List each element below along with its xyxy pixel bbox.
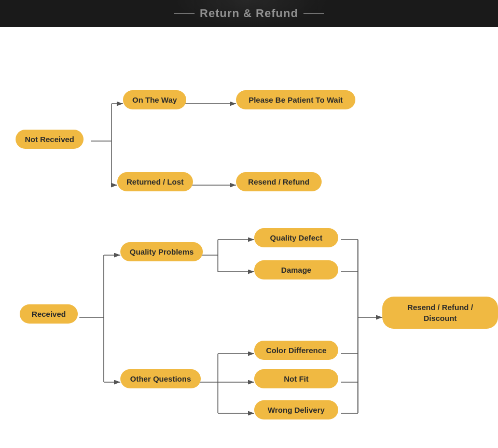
wrong-delivery-node: Wrong Delivery bbox=[254, 400, 338, 419]
not-fit-node: Not Fit bbox=[254, 369, 338, 388]
other-questions-node: Other Questions bbox=[120, 369, 201, 388]
quality-defect-node: Quality Defect bbox=[254, 228, 338, 247]
damage-node: Damage bbox=[254, 260, 338, 279]
resend-refund-top-node: Resend / Refund bbox=[236, 172, 322, 191]
on-the-way-node: On The Way bbox=[123, 90, 186, 109]
not-received-node: Not Received bbox=[16, 130, 84, 149]
header: Return & Refund bbox=[0, 0, 498, 27]
returned-lost-node: Returned / Lost bbox=[117, 172, 193, 191]
received-node: Received bbox=[20, 304, 78, 324]
quality-problems-node: Quality Problems bbox=[120, 242, 203, 261]
resend-refund-discount-node: Resend / Refund / Discount bbox=[382, 297, 498, 329]
color-difference-node: Color Difference bbox=[254, 341, 338, 360]
diagram: Not Received On The Way Please Be Patien… bbox=[0, 27, 498, 448]
please-be-patient-node: Please Be Patient To Wait bbox=[236, 90, 355, 109]
